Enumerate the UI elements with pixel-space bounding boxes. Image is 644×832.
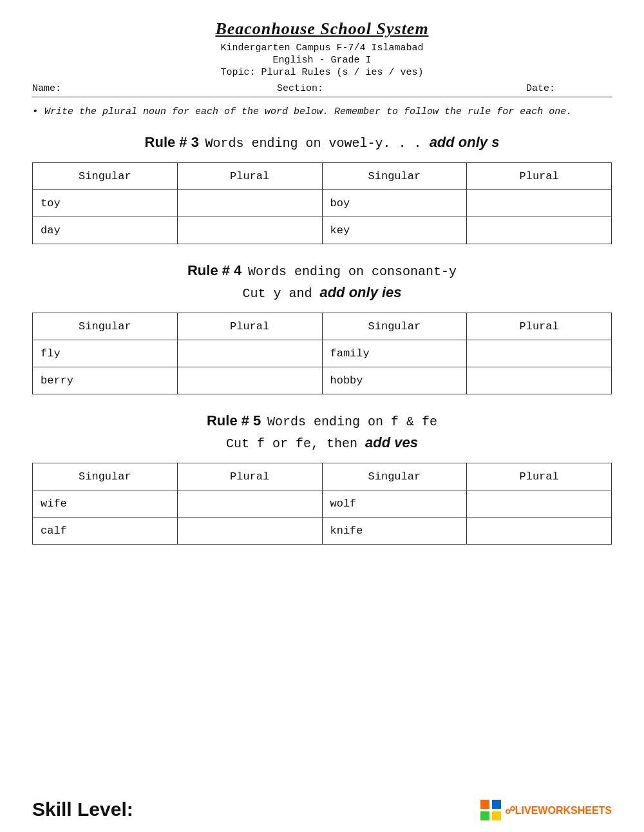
rule3-row1-p2[interactable] xyxy=(467,189,612,217)
rule3-col3-header: Singular xyxy=(322,162,467,189)
rule4-col4-header: Plural xyxy=(467,313,612,340)
date-label: Date: xyxy=(526,83,555,94)
rule5-row1-p2[interactable] xyxy=(467,490,612,517)
rule5-col4-header: Plural xyxy=(467,463,612,490)
rule4-row1-p2[interactable] xyxy=(467,340,612,367)
rule3-row2-s1: day xyxy=(33,217,178,244)
rule5-row2-s1: calf xyxy=(33,517,178,544)
rule3-table: Singular Plural Singular Plural toy boy … xyxy=(32,162,612,244)
svg-rect-0 xyxy=(480,800,489,809)
lws-text: ☍LIVEWORKSHEETS xyxy=(505,804,612,817)
rule4-table: Singular Plural Singular Plural fly fami… xyxy=(32,313,612,394)
rule5-col1-header: Singular xyxy=(33,463,178,490)
table-row: wife wolf xyxy=(33,490,612,517)
rule4-row2-s1: berry xyxy=(33,367,178,394)
school-title: Beaconhouse School System xyxy=(32,19,612,39)
rule3-col4-header: Plural xyxy=(467,162,612,189)
rule5-row1-s2: wolf xyxy=(322,490,467,517)
rule3-row1-s2: boy xyxy=(322,189,467,217)
svg-rect-2 xyxy=(480,811,489,820)
name-field: Name: xyxy=(32,83,156,94)
rule4-col2-header: Plural xyxy=(177,313,322,340)
rule5-col3-header: Singular xyxy=(322,463,467,490)
rule4-col1-header: Singular xyxy=(33,313,178,340)
lws-icon xyxy=(480,800,501,820)
rule3-row1-s1: toy xyxy=(33,189,178,217)
rule4-row1-s1: fly xyxy=(33,340,178,367)
skill-level-label: Skill Level: xyxy=(32,798,133,820)
section-field: Section: xyxy=(277,83,406,94)
rule3-heading: Rule # 3 Words ending on vowel-y. . . ad… xyxy=(32,131,612,153)
rule3-col1-header: Singular xyxy=(33,162,178,189)
table-row: day key xyxy=(33,217,612,244)
instructions: • Write the plural noun for each of the … xyxy=(32,105,612,120)
campus-subtitle: Kindergarten Campus F-7/4 Islamabad xyxy=(32,43,612,53)
section-label: Section: xyxy=(277,83,323,94)
topic-subtitle: Topic: Plural Rules (s / ies / ves) xyxy=(32,67,612,78)
rule5-table: Singular Plural Singular Plural wife wol… xyxy=(32,463,612,545)
rule4-row1-s2: family xyxy=(322,340,467,367)
rule5-row2-p2[interactable] xyxy=(467,517,612,544)
subject-subtitle: English - Grade I xyxy=(32,55,612,66)
table-row: toy boy xyxy=(33,189,612,217)
rule3-row2-s2: key xyxy=(322,217,467,244)
rule5-row2-p1[interactable] xyxy=(177,517,322,544)
svg-rect-1 xyxy=(492,800,501,809)
rule5-col2-header: Plural xyxy=(177,463,322,490)
table-row: berry hobby xyxy=(33,367,612,394)
rule5-heading: Rule # 5 Words ending on f & fe Cut f or… xyxy=(32,410,612,454)
rule3-col2-header: Plural xyxy=(177,162,322,189)
rule3-row1-p1[interactable] xyxy=(177,189,322,217)
table-row: calf knife xyxy=(33,517,612,544)
rule5-row2-s2: knife xyxy=(322,517,467,544)
rule3-row2-p1[interactable] xyxy=(177,217,322,244)
liveworksheets-logo: ☍LIVEWORKSHEETS xyxy=(480,800,612,820)
rule4-heading: Rule # 4 Words ending on consonant-y Cut… xyxy=(32,260,612,304)
rule4-row1-p1[interactable] xyxy=(177,340,322,367)
table-row: fly family xyxy=(33,340,612,367)
name-section: Name: Section: Date: xyxy=(32,79,612,97)
rule4-col3-header: Singular xyxy=(322,313,467,340)
rule4-row2-p2[interactable] xyxy=(467,367,612,394)
rule5-row1-p1[interactable] xyxy=(177,490,322,517)
rule5-row1-s1: wife xyxy=(33,490,178,517)
name-label: Name: xyxy=(32,83,61,94)
svg-rect-3 xyxy=(492,811,501,820)
rule4-row2-s2: hobby xyxy=(322,367,467,394)
rule4-row2-p1[interactable] xyxy=(177,367,322,394)
date-field: Date: xyxy=(526,83,612,94)
rule3-row2-p2[interactable] xyxy=(467,217,612,244)
